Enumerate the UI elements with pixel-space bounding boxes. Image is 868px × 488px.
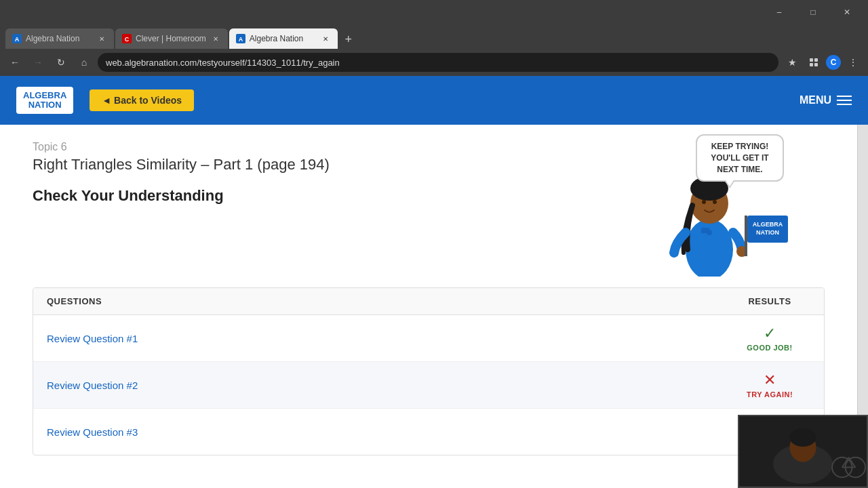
more-options-icon[interactable]: ⋮ — [844, 53, 863, 72]
logo-container: ALGEBRA NATION — [16, 87, 73, 115]
webcam-overlay — [738, 415, 868, 488]
svg-rect-15 — [745, 216, 747, 256]
result-label-2: TRY AGAIN! — [747, 390, 793, 399]
svg-rect-9 — [814, 63, 818, 66]
character-area: KEEP TRYING!YOU'LL GET ITNEXT TIME. — [635, 141, 825, 277]
topic-label: Topic 6 — [33, 141, 635, 153]
svg-text:ALGEBRA: ALGEBRA — [753, 221, 783, 228]
questions-table: QUESTIONS RESULTS Review Question #1 ✓ G… — [33, 287, 825, 455]
address-icons: ★ C ⋮ — [783, 53, 863, 72]
new-tab-button[interactable]: + — [339, 30, 358, 49]
text-section: Topic 6 Right Triangles Similarity – Par… — [33, 141, 635, 216]
tab1-title: Algebra Nation — [26, 34, 92, 43]
address-bar: ← → ↻ ⌂ ★ C ⋮ — [0, 49, 868, 76]
result-cell-1: ✓ GOOD JOB! — [729, 325, 810, 352]
browser-chrome: – □ ✕ A Algebra Nation ✕ C Clever | Home… — [0, 0, 868, 76]
extension-icon[interactable] — [804, 53, 823, 72]
tab-1[interactable]: A Algebra Nation ✕ — [5, 28, 114, 49]
tab3-title: Algebra Nation — [250, 34, 316, 43]
close-button[interactable]: ✕ — [831, 3, 863, 22]
title-bar: – □ ✕ — [0, 0, 868, 24]
reload-button[interactable]: ↻ — [52, 53, 71, 72]
bookmark-icon[interactable]: ★ — [783, 53, 802, 72]
question-3-link[interactable]: Review Question #3 — [47, 426, 729, 438]
maximize-button[interactable]: □ — [797, 3, 829, 22]
table-row: Review Question #2 ✕ TRY AGAIN! — [33, 362, 824, 409]
webcam-placeholder — [739, 416, 867, 487]
col-results-header: RESULTS — [729, 296, 810, 306]
tab2-favicon-icon: C — [122, 34, 132, 43]
logo-box: ALGEBRA NATION — [16, 87, 73, 115]
speech-bubble-text: KEEP TRYING!YOU'LL GET ITNEXT TIME. — [711, 142, 768, 174]
hamburger-icon — [837, 96, 852, 105]
table-row: Review Question #1 ✓ GOOD JOB! — [33, 315, 824, 362]
site-header: ALGEBRA NATION ◄ Back to Videos MENU — [0, 76, 868, 125]
topic-title: Right Triangles Similarity – Part 1 (pag… — [33, 156, 635, 174]
tab1-favicon-icon: A — [12, 34, 22, 43]
table-header: QUESTIONS RESULTS — [33, 288, 824, 315]
tab3-favicon-icon: A — [236, 34, 245, 43]
logo-text: ALGEBRA NATION — [23, 91, 66, 110]
result-cell-2: ✕ TRY AGAIN! — [729, 371, 810, 399]
question-1-link[interactable]: Review Question #1 — [47, 333, 729, 344]
correct-icon: ✓ — [764, 325, 776, 342]
svg-rect-8 — [810, 63, 813, 66]
table-row: Review Question #3 ✕ TRY AGAIN! — [33, 409, 824, 455]
svg-text:A: A — [15, 36, 20, 43]
svg-text:NATION: NATION — [756, 229, 779, 236]
svg-text:C: C — [125, 36, 130, 43]
top-section: Topic 6 Right Triangles Similarity – Par… — [33, 141, 825, 277]
menu-label: MENU — [800, 94, 831, 106]
back-nav-button[interactable]: ← — [5, 53, 24, 72]
tabs-bar: A Algebra Nation ✕ C Clever | Homeroom ✕… — [0, 24, 868, 49]
menu-button[interactable]: MENU — [800, 94, 852, 106]
result-label-1: GOOD JOB! — [747, 344, 792, 352]
tab-3[interactable]: A Algebra Nation ✕ — [229, 28, 338, 49]
svg-point-19 — [702, 200, 706, 204]
svg-point-10 — [686, 219, 733, 277]
profile-icon[interactable]: C — [826, 55, 841, 70]
svg-rect-6 — [810, 58, 813, 62]
page-wrapper: ALGEBRA NATION ◄ Back to Videos MENU Top… — [0, 76, 868, 488]
col-questions-header: QUESTIONS — [47, 296, 729, 306]
svg-rect-22 — [701, 228, 709, 233]
tab-2[interactable]: C Clever | Homeroom ✕ — [115, 28, 228, 49]
back-to-videos-label: ◄ Back to Videos — [102, 95, 182, 106]
url-input[interactable] — [98, 53, 778, 72]
tab3-close-icon[interactable]: ✕ — [320, 33, 331, 44]
svg-text:A: A — [239, 36, 243, 43]
back-to-videos-button[interactable]: ◄ Back to Videos — [90, 89, 194, 111]
forward-nav-button[interactable]: → — [28, 53, 47, 72]
svg-rect-7 — [814, 58, 818, 62]
wrong-icon: ✕ — [764, 371, 776, 389]
home-button[interactable]: ⌂ — [75, 53, 94, 72]
tab2-close-icon[interactable]: ✕ — [210, 33, 221, 44]
svg-point-27 — [789, 428, 816, 447]
minimize-button[interactable]: – — [764, 3, 795, 22]
speech-bubble: KEEP TRYING!YOU'LL GET ITNEXT TIME. — [696, 134, 784, 182]
check-heading: Check Your Understanding — [33, 187, 635, 205]
tab2-title: Clever | Homeroom — [136, 34, 206, 43]
window-controls: – □ ✕ — [764, 3, 863, 22]
question-2-link[interactable]: Review Question #2 — [47, 380, 729, 391]
svg-point-20 — [713, 200, 717, 204]
content-area: Topic 6 Right Triangles Similarity – Par… — [0, 125, 857, 488]
tab1-close-icon[interactable]: ✕ — [96, 33, 107, 44]
